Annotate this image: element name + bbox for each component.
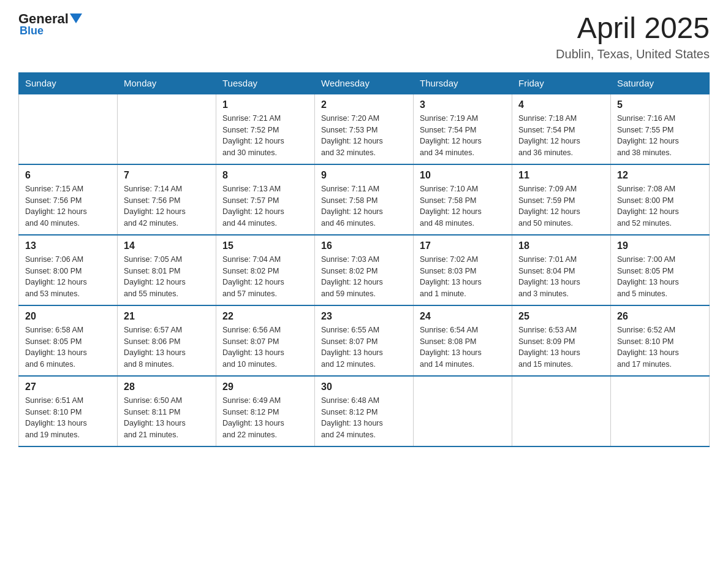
- calendar-table: SundayMondayTuesdayWednesdayThursdayFrid…: [18, 72, 710, 447]
- logo-blue: Blue: [20, 25, 44, 37]
- calendar-cell: 29Sunrise: 6:49 AMSunset: 8:12 PMDayligh…: [216, 376, 315, 446]
- day-info: Sunrise: 7:16 AMSunset: 7:55 PMDaylight:…: [617, 113, 703, 159]
- day-number: 30: [321, 381, 407, 393]
- calendar-week-row: 6Sunrise: 7:15 AMSunset: 7:56 PMDaylight…: [19, 164, 710, 235]
- day-info: Sunrise: 6:50 AMSunset: 8:11 PMDaylight:…: [124, 395, 210, 441]
- calendar-cell: 8Sunrise: 7:13 AMSunset: 7:57 PMDaylight…: [216, 164, 315, 235]
- day-of-week-header: Saturday: [611, 72, 710, 94]
- day-number: 2: [321, 99, 407, 110]
- day-number: 12: [617, 170, 703, 181]
- day-number: 8: [222, 170, 308, 181]
- day-info: Sunrise: 7:03 AMSunset: 8:02 PMDaylight:…: [321, 254, 407, 300]
- day-number: 27: [25, 381, 111, 393]
- day-info: Sunrise: 6:48 AMSunset: 8:12 PMDaylight:…: [321, 395, 407, 441]
- day-number: 24: [420, 311, 506, 322]
- day-info: Sunrise: 7:04 AMSunset: 8:02 PMDaylight:…: [222, 254, 308, 300]
- logo-general: General: [18, 12, 69, 26]
- day-number: 25: [518, 311, 604, 322]
- day-info: Sunrise: 7:01 AMSunset: 8:04 PMDaylight:…: [518, 254, 604, 300]
- day-info: Sunrise: 6:53 AMSunset: 8:09 PMDaylight:…: [518, 324, 604, 370]
- calendar-cell: 14Sunrise: 7:05 AMSunset: 8:01 PMDayligh…: [118, 235, 216, 305]
- day-number: 15: [222, 240, 308, 251]
- day-number: 23: [321, 311, 407, 322]
- calendar-week-row: 13Sunrise: 7:06 AMSunset: 8:00 PMDayligh…: [19, 235, 710, 305]
- day-info: Sunrise: 7:11 AMSunset: 7:58 PMDaylight:…: [321, 183, 407, 229]
- header-row: SundayMondayTuesdayWednesdayThursdayFrid…: [19, 72, 710, 94]
- day-number: 14: [124, 240, 210, 251]
- day-of-week-header: Thursday: [414, 72, 512, 94]
- day-number: 13: [25, 240, 111, 251]
- day-number: 5: [617, 99, 703, 110]
- calendar-cell: [611, 376, 710, 446]
- day-of-week-header: Tuesday: [216, 72, 315, 94]
- day-number: 19: [617, 240, 703, 251]
- logo-triangle: [70, 13, 82, 23]
- day-info: Sunrise: 7:00 AMSunset: 8:05 PMDaylight:…: [617, 254, 703, 300]
- day-info: Sunrise: 6:58 AMSunset: 8:05 PMDaylight:…: [25, 324, 111, 370]
- calendar-cell: 15Sunrise: 7:04 AMSunset: 8:02 PMDayligh…: [216, 235, 315, 305]
- calendar-cell: 4Sunrise: 7:18 AMSunset: 7:54 PMDaylight…: [512, 94, 611, 164]
- day-number: 7: [124, 170, 210, 181]
- header: General Blue April 2025 Dublin, Texas, U…: [18, 12, 710, 61]
- day-info: Sunrise: 7:15 AMSunset: 7:56 PMDaylight:…: [25, 183, 111, 229]
- calendar-cell: 12Sunrise: 7:08 AMSunset: 8:00 PMDayligh…: [611, 164, 710, 235]
- day-of-week-header: Monday: [118, 72, 216, 94]
- day-info: Sunrise: 7:13 AMSunset: 7:57 PMDaylight:…: [222, 183, 308, 229]
- page-container: General Blue April 2025 Dublin, Texas, U…: [18, 12, 710, 447]
- calendar-cell: 23Sunrise: 6:55 AMSunset: 8:07 PMDayligh…: [315, 305, 414, 376]
- day-info: Sunrise: 7:21 AMSunset: 7:52 PMDaylight:…: [222, 113, 308, 159]
- day-info: Sunrise: 7:06 AMSunset: 8:00 PMDaylight:…: [25, 254, 111, 300]
- day-info: Sunrise: 6:56 AMSunset: 8:07 PMDaylight:…: [222, 324, 308, 370]
- day-info: Sunrise: 6:54 AMSunset: 8:08 PMDaylight:…: [420, 324, 506, 370]
- day-number: 10: [420, 170, 506, 181]
- day-info: Sunrise: 6:55 AMSunset: 8:07 PMDaylight:…: [321, 324, 407, 370]
- day-number: 6: [25, 170, 111, 181]
- day-info: Sunrise: 7:18 AMSunset: 7:54 PMDaylight:…: [518, 113, 604, 159]
- calendar-cell: 28Sunrise: 6:50 AMSunset: 8:11 PMDayligh…: [118, 376, 216, 446]
- day-of-week-header: Friday: [512, 72, 611, 94]
- calendar-cell: 11Sunrise: 7:09 AMSunset: 7:59 PMDayligh…: [512, 164, 611, 235]
- day-info: Sunrise: 7:09 AMSunset: 7:59 PMDaylight:…: [518, 183, 604, 229]
- day-info: Sunrise: 7:02 AMSunset: 8:03 PMDaylight:…: [420, 254, 506, 300]
- day-of-week-header: Wednesday: [315, 72, 414, 94]
- calendar-cell: 5Sunrise: 7:16 AMSunset: 7:55 PMDaylight…: [611, 94, 710, 164]
- day-number: 9: [321, 170, 407, 181]
- day-number: 3: [420, 99, 506, 110]
- day-info: Sunrise: 7:14 AMSunset: 7:56 PMDaylight:…: [124, 183, 210, 229]
- day-number: 18: [518, 240, 604, 251]
- calendar-cell: 27Sunrise: 6:51 AMSunset: 8:10 PMDayligh…: [19, 376, 118, 446]
- calendar-cell: 7Sunrise: 7:14 AMSunset: 7:56 PMDaylight…: [118, 164, 216, 235]
- calendar-cell: 6Sunrise: 7:15 AMSunset: 7:56 PMDaylight…: [19, 164, 118, 235]
- calendar-cell: 18Sunrise: 7:01 AMSunset: 8:04 PMDayligh…: [512, 235, 611, 305]
- day-number: 16: [321, 240, 407, 251]
- main-title: April 2025: [556, 12, 710, 45]
- day-info: Sunrise: 7:05 AMSunset: 8:01 PMDaylight:…: [124, 254, 210, 300]
- day-info: Sunrise: 6:49 AMSunset: 8:12 PMDaylight:…: [222, 395, 308, 441]
- day-number: 29: [222, 381, 308, 393]
- calendar-cell: 24Sunrise: 6:54 AMSunset: 8:08 PMDayligh…: [414, 305, 512, 376]
- calendar-cell: 1Sunrise: 7:21 AMSunset: 7:52 PMDaylight…: [216, 94, 315, 164]
- calendar-cell: [118, 94, 216, 164]
- title-area: April 2025 Dublin, Texas, United States: [556, 12, 710, 61]
- calendar-cell: 26Sunrise: 6:52 AMSunset: 8:10 PMDayligh…: [611, 305, 710, 376]
- day-info: Sunrise: 7:20 AMSunset: 7:53 PMDaylight:…: [321, 113, 407, 159]
- calendar-cell: 2Sunrise: 7:20 AMSunset: 7:53 PMDaylight…: [315, 94, 414, 164]
- calendar-cell: [512, 376, 611, 446]
- day-number: 4: [518, 99, 604, 110]
- day-info: Sunrise: 6:51 AMSunset: 8:10 PMDaylight:…: [25, 395, 111, 441]
- calendar-cell: 13Sunrise: 7:06 AMSunset: 8:00 PMDayligh…: [19, 235, 118, 305]
- calendar-cell: 10Sunrise: 7:10 AMSunset: 7:58 PMDayligh…: [414, 164, 512, 235]
- logo: General Blue: [18, 12, 82, 37]
- day-number: 20: [25, 311, 111, 322]
- calendar-cell: 16Sunrise: 7:03 AMSunset: 8:02 PMDayligh…: [315, 235, 414, 305]
- day-number: 26: [617, 311, 703, 322]
- day-number: 28: [124, 381, 210, 393]
- day-number: 22: [222, 311, 308, 322]
- calendar-cell: 22Sunrise: 6:56 AMSunset: 8:07 PMDayligh…: [216, 305, 315, 376]
- calendar-cell: 9Sunrise: 7:11 AMSunset: 7:58 PMDaylight…: [315, 164, 414, 235]
- calendar-week-row: 20Sunrise: 6:58 AMSunset: 8:05 PMDayligh…: [19, 305, 710, 376]
- calendar-cell: [414, 376, 512, 446]
- day-number: 1: [222, 99, 308, 110]
- day-info: Sunrise: 6:57 AMSunset: 8:06 PMDaylight:…: [124, 324, 210, 370]
- calendar-week-row: 27Sunrise: 6:51 AMSunset: 8:10 PMDayligh…: [19, 376, 710, 446]
